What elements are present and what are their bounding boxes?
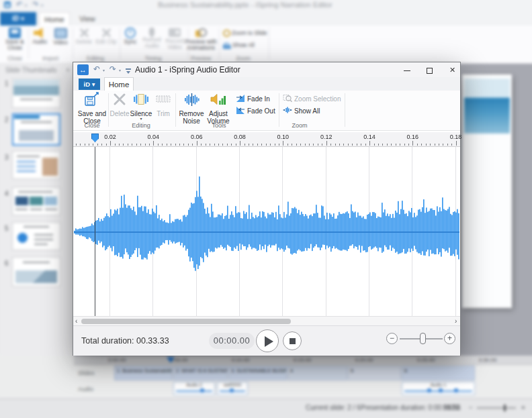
thumbnail-number: 6 [5,260,9,267]
zoom-out-button[interactable]: − [386,333,398,344]
audio-clip[interactable]: swf0000 [217,382,248,395]
bg-record-video-button[interactable]: Record Video [164,27,185,55]
bg-video-button[interactable]: Video [50,27,71,55]
slide-thumbnail-2[interactable] [12,113,60,146]
timeline-playhead[interactable] [167,357,175,363]
ruler-tick [417,144,418,146]
ruler-label: 0.02 [104,134,116,140]
timeline-slide-cell[interactable]: 4 [287,366,347,380]
redo-icon[interactable]: ↷ [109,64,116,74]
silence-button[interactable]: Silence ▾ [130,92,152,123]
bg-zoom-in-icon[interactable]: + [521,404,525,411]
bg-delete-button[interactable]: Delete [74,27,94,55]
bg-app-button[interactable]: iD ▾ [0,12,36,25]
dialog-tab-home[interactable]: Home [104,77,134,91]
thumbnail-number: 1 [5,80,9,87]
timeline-slide-cell[interactable]: 1. Business Sustainability [114,366,173,380]
group-separator [73,28,73,59]
bg-tab-home[interactable]: Home [39,12,70,25]
bg-zoom-to-slide-button[interactable]: Zoom to Slide [223,28,267,38]
scroll-left-icon[interactable]: ‹ [75,317,77,325]
scroll-right-icon[interactable]: › [455,317,457,325]
zoom-slider-thumb[interactable] [420,333,426,344]
zoom-selection-button[interactable]: Zoom Selection [283,93,343,104]
group-editing-label: Editing [109,122,173,129]
minimize-button[interactable] [397,62,416,77]
slide-thumbnail-1[interactable] [12,79,60,108]
slide-thumbnails-panel: Slide Thumbnails × 1 2 3 4 5 6 [0,64,74,357]
bg-audio-label: Audio [30,39,50,45]
timeline-slide-cell[interactable]: 2. WHAT IS A SUSTAINA... [173,366,228,380]
delete-button[interactable]: Delete [109,92,130,123]
audio-clip[interactable]: Audio 2 [173,382,215,395]
bg-edit-clip-button[interactable]: Edit Clip [95,27,117,55]
bg-record-audio-button[interactable]: Record Audio [141,27,163,55]
maximize-button[interactable] [420,62,439,77]
audio-icon [34,28,46,38]
stop-button[interactable] [283,331,302,350]
slide-thumbnail-5[interactable] [12,222,60,250]
bg-show-all-button[interactable]: Show All [223,40,267,50]
ruler-tick [287,144,288,146]
fade-in-button[interactable]: Fade In [236,93,273,104]
timeline-ruler[interactable]: 0:00.000:05.000:10.000:15.000:20.000:25.… [74,356,532,365]
undo-icon[interactable]: ↶ [16,0,22,9]
show-all-button[interactable]: Show All [283,105,343,116]
bg-sync-button[interactable]: Sync [121,27,140,55]
quick-save-icon[interactable] [4,1,11,8]
bg-zoom-out-icon[interactable]: − [469,404,473,411]
fade-out-button[interactable]: Fade Out [236,105,273,116]
ruler-tick [210,144,210,146]
bg-zoom-slider-track[interactable] [477,407,516,409]
customize-toolbar-icon[interactable] [126,68,131,70]
dialog-app-button[interactable]: iD ▾ [79,79,100,90]
bg-preview-button[interactable]: Preview with Animations [184,27,218,55]
delete-icon [112,92,127,107]
silence-dropdown-icon[interactable]: ▾ [130,117,152,120]
group-separator [269,28,269,59]
scrollbar-thumb[interactable] [81,319,291,324]
bg-tab-view[interactable]: View [73,12,102,25]
remove-noise-button[interactable]: Remove Noise [178,92,205,123]
slide-thumbnail-3[interactable] [12,151,60,179]
dialog-titlebar[interactable]: ↔ ↶ ▾ ↷ ▾ Audio 1 - iSpring Audio Editor… [73,62,460,77]
ruler-label: 0.06 [191,134,203,140]
ruler-label: 0.14 [363,134,375,140]
undo-icon[interactable]: ↶ [93,64,100,74]
waveform-canvas[interactable] [74,147,459,316]
undo-caret-icon[interactable]: ▾ [103,68,105,72]
audio-clip[interactable]: Audio 1 [402,382,475,395]
slide-thumbnail-6[interactable] [12,257,60,286]
playhead-marker[interactable] [91,134,99,142]
waveform-area[interactable] [73,147,460,316]
slide-thumbnail-4[interactable] [12,187,60,215]
dialog-ribbon: Save and Close Delete Silence ▾ Trim Rem… [73,91,460,131]
redo-caret-icon[interactable]: ▾ [41,3,43,7]
undo-caret-icon[interactable]: ▾ [25,3,27,7]
save-and-close-button[interactable]: Save and Close [77,92,107,123]
timeline-slide-cell[interactable]: 6 [402,366,475,380]
sync-icon [125,28,136,38]
ruler-tick [300,144,301,146]
bg-save-close-button[interactable]: Save & Close [1,27,28,55]
close-panel-icon[interactable]: × [66,66,70,74]
close-button[interactable]: ✕ [443,62,462,77]
timeline-slide-cell[interactable]: 5 [348,366,401,380]
trim-button[interactable]: Trim [154,92,173,123]
bg-audio-button[interactable]: Audio [30,27,50,55]
horizontal-scrollbar[interactable]: ‹ › [73,316,460,325]
adjust-volume-button[interactable]: Adjust Volume [205,92,232,123]
ruler-tick [183,144,184,146]
save-icon [84,92,100,107]
zoom-in-button[interactable]: + [444,333,455,344]
total-duration-label: Total duration: 00.33.33 [81,336,169,346]
silence-icon [133,92,149,107]
redo-caret-icon[interactable]: ▾ [119,68,121,72]
timeline-slide-cell[interactable]: 3. SUSTAINABLE BUSINE... [228,366,287,380]
bg-zoom-slider-thumb[interactable] [504,405,506,411]
redo-icon[interactable]: ↷ [32,0,38,9]
ruler-tick [352,144,353,146]
audio-ruler[interactable]: 0.020.040.060.080.100.120.140.160.18 [73,132,460,147]
ruler-tick [136,144,137,146]
play-button[interactable] [256,329,279,352]
